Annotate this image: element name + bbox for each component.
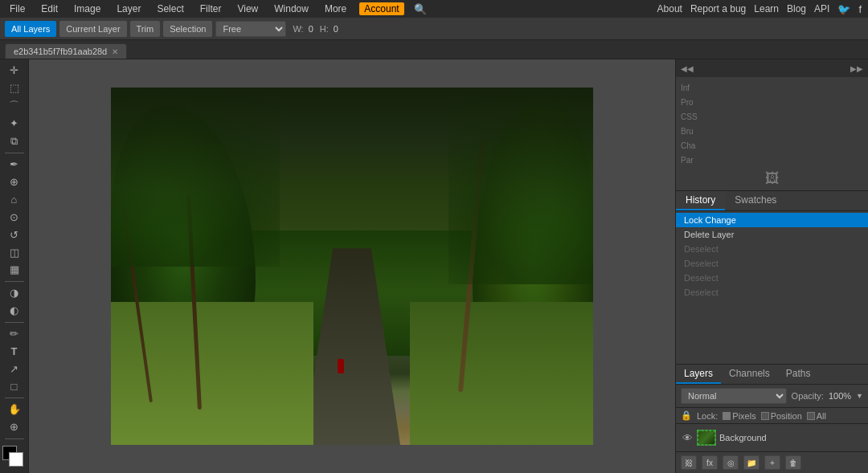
- dodge-tool[interactable]: ◐: [3, 303, 26, 319]
- delete-layer-button[interactable]: 🗑: [785, 455, 801, 470]
- tab-paths[interactable]: Paths: [778, 365, 819, 384]
- layers-options: Normal Multiply Screen Overlay Opacity: …: [676, 385, 868, 408]
- height-label: H:: [320, 24, 329, 34]
- all-layers-button[interactable]: All Layers: [5, 21, 56, 37]
- tab-bar: e2b341b5f7fb91aab28d ✕: [0, 40, 868, 59]
- canvas-area: [29, 59, 675, 473]
- top-menu-bar: File Edit Image Layer Select Filter View…: [0, 0, 868, 18]
- history-item-deselect-1[interactable]: Deselect: [676, 242, 868, 256]
- expand-icon[interactable]: ▶▶: [850, 64, 863, 73]
- facebook-icon: f: [858, 3, 862, 15]
- bg-color-swatch[interactable]: [9, 452, 23, 467]
- info-row-cha: Cha: [681, 138, 863, 153]
- history-item-deselect-3[interactable]: Deselect: [676, 271, 868, 285]
- lock-position-checkbox[interactable]: Position: [761, 411, 802, 421]
- menu-account[interactable]: Account: [359, 2, 403, 15]
- history-brush-tool[interactable]: ↺: [3, 226, 26, 243]
- collapse-icon[interactable]: ◀◀: [681, 64, 694, 73]
- lock-pixels-checkbox[interactable]: Pixels: [723, 411, 755, 421]
- lock-all-label: All: [817, 411, 826, 421]
- info-row-pro: Pro: [681, 95, 863, 109]
- transform-select[interactable]: Free Perspective Warp: [215, 21, 286, 37]
- lock-pixels-label: Pixels: [732, 411, 755, 421]
- history-list: Lock Change Delete Layer Deselect Desele…: [676, 211, 868, 364]
- tab-layers[interactable]: Layers: [676, 365, 721, 384]
- menu-filter[interactable]: Filter: [197, 3, 225, 14]
- lock-all-checkbox[interactable]: All: [807, 411, 826, 421]
- info-row-inf: Inf: [681, 80, 863, 95]
- menu-file[interactable]: File: [6, 3, 28, 14]
- link-api[interactable]: API: [814, 3, 829, 14]
- shape-tool[interactable]: □: [3, 378, 26, 394]
- info-row-bru: Bru: [681, 124, 863, 138]
- inf-label: Inf: [681, 84, 703, 92]
- menu-select[interactable]: Select: [154, 3, 186, 14]
- zoom-tool[interactable]: ⊕: [3, 419, 26, 435]
- link-layers-button[interactable]: ⛓: [681, 455, 697, 470]
- width-value: 0: [309, 24, 313, 34]
- bru-label: Bru: [681, 127, 703, 136]
- eraser-tool[interactable]: ◫: [3, 244, 26, 260]
- menu-layer[interactable]: Layer: [113, 3, 144, 14]
- link-about[interactable]: About: [657, 3, 682, 14]
- link-blog[interactable]: Blog: [787, 3, 806, 14]
- layers-tabs: Layers Channels Paths: [676, 365, 868, 385]
- history-item-lock-change[interactable]: Lock Change: [676, 213, 868, 227]
- file-tab[interactable]: e2b341b5f7fb91aab28d ✕: [5, 43, 127, 59]
- tab-history[interactable]: History: [676, 191, 725, 210]
- link-learn[interactable]: Learn: [754, 3, 779, 14]
- image-preview-icon: 🖼: [765, 170, 780, 187]
- css-label: CSS: [681, 112, 703, 121]
- height-value: 0: [334, 24, 338, 34]
- pro-label: Pro: [681, 98, 703, 107]
- secondary-toolbar: All Layers Current Layer Trim Selection …: [0, 18, 868, 40]
- move-tool[interactable]: ✛: [3, 63, 26, 79]
- close-tab-icon[interactable]: ✕: [112, 47, 118, 56]
- tab-swatches[interactable]: Swatches: [725, 191, 786, 210]
- marquee-tool[interactable]: ⬚: [3, 80, 26, 96]
- gradient-tool[interactable]: ▦: [3, 262, 26, 278]
- panel-mini-toolbar: ◀◀ ▶▶: [676, 59, 868, 77]
- type-tool[interactable]: T: [3, 343, 26, 359]
- eyedropper-tool[interactable]: ✒: [3, 156, 26, 172]
- layer-visibility-icon[interactable]: 👁: [681, 432, 694, 444]
- history-item-deselect-2[interactable]: Deselect: [676, 256, 868, 271]
- magic-wand-tool[interactable]: ✦: [3, 116, 26, 132]
- link-report-bug[interactable]: Report a bug: [690, 3, 746, 14]
- new-layer-button[interactable]: +: [764, 455, 780, 470]
- tab-channels[interactable]: Channels: [721, 365, 778, 384]
- blend-mode-select[interactable]: Normal Multiply Screen Overlay: [681, 388, 787, 404]
- trim-button[interactable]: Trim: [130, 21, 161, 37]
- layers-lock-row: 🔒 Lock: Pixels Position All: [676, 408, 868, 424]
- history-item-delete-layer[interactable]: Delete Layer: [676, 227, 868, 242]
- lasso-tool[interactable]: ⌒: [3, 98, 26, 114]
- menu-edit[interactable]: Edit: [38, 3, 61, 14]
- current-layer-button[interactable]: Current Layer: [59, 21, 126, 37]
- opacity-dropdown-icon[interactable]: ▼: [856, 392, 863, 400]
- cha-label: Cha: [681, 141, 703, 150]
- hand-tool[interactable]: ✋: [3, 402, 26, 418]
- brush-tool[interactable]: ⌂: [3, 191, 26, 207]
- menu-more[interactable]: More: [321, 3, 350, 14]
- heal-tool[interactable]: ⊕: [3, 173, 26, 190]
- main-area: ✛ ⬚ ⌒ ✦ ⧉ ✒ ⊕ ⌂ ⊙ ↺ ◫ ▦ ◑ ◐ ✏ T ↗ □ ✋ ⊕: [0, 59, 868, 473]
- menu-window[interactable]: Window: [271, 3, 312, 14]
- opacity-value: 100%: [829, 391, 851, 401]
- layers-footer: ⛓ fx ◎ 📁 + 🗑: [676, 451, 868, 473]
- lock-label: Lock:: [697, 411, 718, 421]
- path-select-tool[interactable]: ↗: [3, 361, 26, 377]
- layer-background[interactable]: 👁 Background: [676, 427, 868, 448]
- menu-image[interactable]: Image: [71, 3, 104, 14]
- menu-view[interactable]: View: [234, 3, 261, 14]
- selection-button[interactable]: Selection: [163, 21, 212, 37]
- layer-effects-button[interactable]: fx: [702, 455, 718, 470]
- clone-tool[interactable]: ⊙: [3, 209, 26, 225]
- layer-name: Background: [719, 433, 767, 442]
- blur-tool[interactable]: ◑: [3, 285, 26, 301]
- pen-tool[interactable]: ✏: [3, 325, 26, 341]
- history-item-deselect-4[interactable]: Deselect: [676, 285, 868, 300]
- search-icon[interactable]: 🔍: [414, 3, 427, 15]
- add-mask-button[interactable]: ◎: [723, 455, 739, 470]
- crop-tool[interactable]: ⧉: [3, 133, 26, 149]
- new-group-button[interactable]: 📁: [743, 455, 760, 470]
